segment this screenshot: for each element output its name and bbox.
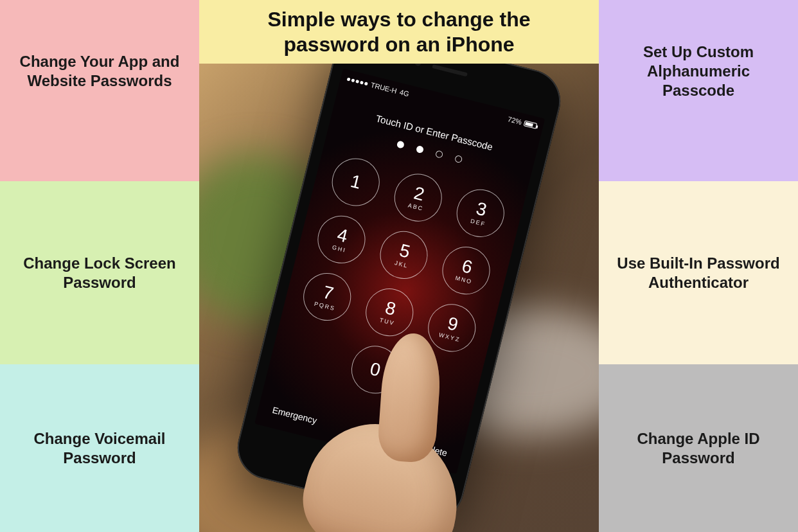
status-bar: TRUE-H 4G 72%	[340, 73, 544, 131]
passcode-dot-filled	[396, 140, 405, 148]
keypad-key-2[interactable]: 2ABC	[389, 169, 447, 227]
tile-label: Set Up Custom Alphanumeric Passcode	[612, 42, 785, 100]
network-label: 4G	[399, 88, 410, 98]
key-number: 7	[321, 283, 335, 303]
keypad-key-4[interactable]: 4GHI	[313, 211, 371, 269]
keypad-key-1[interactable]: 1	[327, 154, 385, 211]
key-number: 9	[446, 314, 460, 334]
tile-apple-id-password: Change Apple ID Password	[599, 364, 798, 532]
key-number: 6	[460, 257, 474, 277]
battery-percent: 72%	[507, 115, 522, 126]
tile-voicemail-password: Change Voicemail Password	[0, 364, 199, 532]
home-button[interactable]	[330, 451, 370, 492]
tile-lock-screen-password: Change Lock Screen Password	[0, 181, 199, 364]
keypad: 12ABC3DEF4GHI5JKL6MNO7PQRS8TUV9WXYZ0	[269, 150, 525, 418]
signal-icon	[347, 77, 368, 85]
keypad-key-3[interactable]: 3DEF	[452, 184, 510, 242]
bottom-row: Emergency Delete	[258, 402, 462, 462]
iphone-device: TRUE-H 4G 72% Touch ID or Enter Passcode…	[231, 64, 567, 527]
infographic: Change Your App and Website Passwords Ch…	[0, 0, 798, 532]
keypad-key-5[interactable]: 5JKL	[375, 226, 433, 284]
passcode-dot-empty	[435, 150, 443, 158]
key-number: 0	[368, 360, 382, 380]
delete-button[interactable]: Delete	[421, 442, 448, 458]
emergency-button[interactable]: Emergency	[271, 405, 318, 426]
passcode-dot-empty	[454, 155, 463, 163]
keypad-key-7[interactable]: 7PQRS	[298, 268, 356, 326]
earpiece	[432, 64, 468, 76]
key-number: 3	[474, 200, 488, 220]
carrier-label: TRUE-H	[370, 81, 398, 95]
battery-icon	[524, 120, 538, 129]
key-number: 4	[335, 226, 350, 245]
key-number: 8	[384, 299, 398, 319]
tile-label: Change Apple ID Password	[612, 429, 785, 468]
tile-app-website-passwords: Change Your App and Website Passwords	[0, 0, 199, 181]
tile-password-authenticator: Use Built-In Password Authenticator	[599, 181, 798, 364]
passcode-dot-filled	[416, 145, 424, 154]
tile-label: Use Built-In Password Authenticator	[612, 254, 785, 292]
keypad-key-0[interactable]: 0	[346, 341, 404, 399]
keypad-key-9[interactable]: 9WXYZ	[423, 299, 481, 357]
tile-label: Change Lock Screen Password	[13, 254, 186, 292]
front-camera	[414, 64, 422, 66]
key-letters: MNO	[455, 275, 474, 285]
key-number: 1	[349, 172, 363, 192]
keypad-key-8[interactable]: 8TUV	[360, 283, 418, 341]
infographic-title: Simple ways to change the password on an…	[225, 7, 573, 57]
tile-custom-alphanumeric: Set Up Custom Alphanumeric Passcode	[599, 0, 798, 181]
key-number: 5	[398, 242, 412, 262]
keypad-key-6[interactable]: 6MNO	[438, 242, 495, 299]
key-number: 2	[412, 184, 426, 204]
tile-label: Change Voicemail Password	[13, 429, 186, 468]
tile-label: Change Your App and Website Passwords	[13, 52, 186, 91]
infographic-title-cell: Simple ways to change the password on an…	[199, 0, 599, 64]
center-photo: TRUE-H 4G 72% Touch ID or Enter Passcode…	[199, 64, 599, 532]
